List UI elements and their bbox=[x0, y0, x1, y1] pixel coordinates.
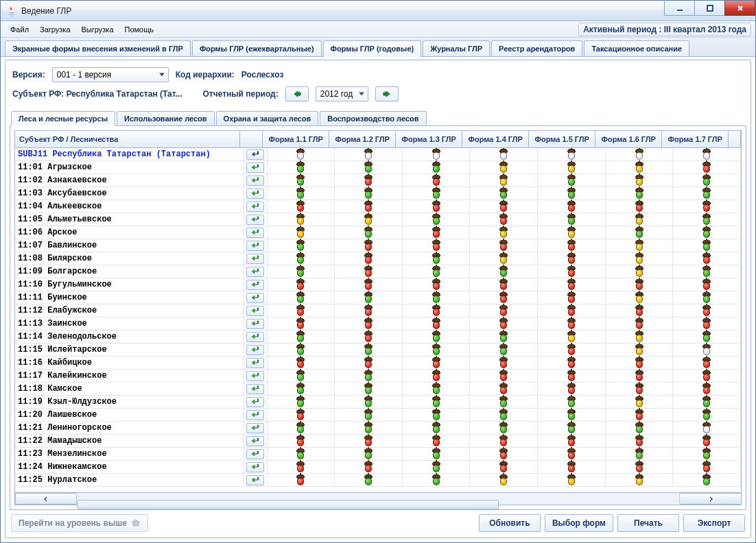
status-cell[interactable] bbox=[470, 291, 538, 304]
status-cell[interactable] bbox=[470, 370, 538, 382]
status-cell[interactable] bbox=[268, 357, 335, 369]
th-form-4[interactable]: Форма 1.4 ГЛР bbox=[462, 131, 529, 147]
table-row[interactable]: 11:07 Бавлинское bbox=[15, 239, 741, 252]
enter-button[interactable] bbox=[246, 162, 264, 173]
status-cell[interactable] bbox=[538, 383, 606, 395]
table-row[interactable]: 11:02 Азнакаевское bbox=[15, 174, 741, 187]
status-cell[interactable] bbox=[538, 161, 606, 173]
sub-tab-1[interactable]: Использование лесов bbox=[117, 111, 215, 125]
status-cell[interactable] bbox=[268, 187, 335, 200]
maximize-button[interactable] bbox=[694, 1, 725, 16]
table-row[interactable]: 11:10 Бугульминское bbox=[15, 278, 741, 291]
status-cell[interactable] bbox=[470, 278, 538, 291]
status-cell[interactable] bbox=[538, 474, 606, 486]
status-cell[interactable] bbox=[673, 252, 741, 265]
enter-button[interactable] bbox=[246, 280, 264, 290]
row-name[interactable]: 11:07 Бавлинское bbox=[15, 239, 244, 252]
status-cell[interactable] bbox=[538, 370, 606, 382]
status-cell[interactable] bbox=[268, 304, 335, 317]
status-cell[interactable] bbox=[268, 461, 335, 473]
status-cell[interactable] bbox=[335, 396, 403, 408]
status-cell[interactable] bbox=[538, 239, 606, 252]
status-cell[interactable] bbox=[268, 448, 335, 460]
status-cell[interactable] bbox=[268, 265, 335, 278]
status-cell[interactable] bbox=[403, 265, 471, 278]
status-cell[interactable] bbox=[268, 330, 335, 343]
enter-button[interactable] bbox=[246, 267, 264, 277]
menu-unload[interactable]: Выгрузка bbox=[76, 23, 119, 36]
status-cell[interactable] bbox=[673, 200, 741, 213]
row-name[interactable]: 11:11 Буинское bbox=[15, 291, 244, 304]
status-cell[interactable] bbox=[673, 330, 741, 343]
sub-tab-0[interactable]: Леса и лесные ресурсы bbox=[11, 111, 115, 126]
sub-tab-2[interactable]: Охрана и защита лесов bbox=[216, 111, 319, 125]
status-cell[interactable] bbox=[673, 370, 741, 382]
status-cell[interactable] bbox=[470, 226, 538, 239]
main-tab-4[interactable]: Реестр арендаторов bbox=[491, 40, 582, 56]
enter-button[interactable] bbox=[246, 358, 264, 368]
row-name[interactable]: 11:08 Билярское bbox=[15, 252, 244, 265]
status-cell[interactable] bbox=[606, 213, 674, 226]
status-cell[interactable] bbox=[606, 448, 674, 460]
th-form-6[interactable]: Форма 1.6 ГЛР bbox=[595, 131, 662, 147]
status-cell[interactable] bbox=[268, 239, 335, 252]
status-cell[interactable] bbox=[673, 278, 741, 291]
table-row[interactable]: 11:04 Алькеевское bbox=[15, 200, 741, 213]
enter-button[interactable] bbox=[246, 449, 264, 459]
status-cell[interactable] bbox=[268, 252, 335, 265]
status-cell[interactable] bbox=[538, 187, 606, 200]
table-row[interactable]: 11:16 Кайбицкое bbox=[15, 357, 741, 370]
status-cell[interactable] bbox=[268, 409, 335, 421]
status-cell[interactable] bbox=[268, 383, 335, 395]
status-cell[interactable] bbox=[673, 317, 741, 330]
status-cell[interactable] bbox=[403, 422, 471, 434]
status-cell[interactable] bbox=[606, 148, 674, 160]
status-cell[interactable] bbox=[403, 396, 471, 408]
status-cell[interactable] bbox=[335, 448, 403, 460]
main-tab-5[interactable]: Таксационное описание bbox=[584, 40, 689, 56]
status-cell[interactable] bbox=[470, 174, 538, 186]
status-cell[interactable] bbox=[470, 330, 538, 343]
table-row[interactable]: 11:06 Арское bbox=[15, 226, 741, 239]
status-cell[interactable] bbox=[673, 265, 741, 278]
enter-button[interactable] bbox=[246, 293, 264, 303]
status-cell[interactable] bbox=[538, 422, 606, 434]
status-cell[interactable] bbox=[403, 357, 471, 369]
table-row[interactable]: 11:24 Нижнекамское bbox=[15, 461, 741, 474]
table-row[interactable]: 11:09 Болгарское bbox=[15, 265, 741, 278]
status-cell[interactable] bbox=[470, 409, 538, 421]
status-cell[interactable] bbox=[335, 422, 403, 434]
status-cell[interactable] bbox=[606, 200, 674, 213]
status-cell[interactable] bbox=[335, 357, 403, 369]
th-subject[interactable]: Субъект РФ / Лесничества bbox=[15, 131, 240, 147]
status-cell[interactable] bbox=[470, 448, 538, 460]
table-row[interactable]: 11:08 Билярское bbox=[15, 252, 741, 265]
status-cell[interactable] bbox=[470, 474, 538, 486]
status-cell[interactable] bbox=[538, 148, 606, 160]
status-cell[interactable] bbox=[470, 265, 538, 278]
row-name[interactable]: 11:21 Лениногорское bbox=[15, 422, 244, 434]
status-cell[interactable] bbox=[268, 148, 335, 160]
table-row[interactable]: 11:11 Буинское bbox=[15, 291, 741, 304]
up-level-button[interactable]: Перейти на уровень выше bbox=[11, 514, 148, 532]
close-button[interactable] bbox=[724, 1, 755, 16]
th-form-5[interactable]: Форма 1.5 ГЛР bbox=[529, 131, 595, 147]
status-cell[interactable] bbox=[606, 474, 674, 486]
table-row[interactable]: 11:14 Зеленодольское bbox=[15, 330, 741, 343]
status-cell[interactable] bbox=[403, 174, 471, 186]
print-button[interactable]: Печать bbox=[617, 514, 679, 532]
status-cell[interactable] bbox=[335, 187, 403, 200]
status-cell[interactable] bbox=[673, 409, 741, 421]
status-cell[interactable] bbox=[673, 148, 741, 160]
status-cell[interactable] bbox=[335, 304, 403, 317]
status-cell[interactable] bbox=[403, 448, 471, 460]
status-cell[interactable] bbox=[268, 278, 335, 291]
status-cell[interactable] bbox=[538, 278, 606, 291]
enter-button[interactable] bbox=[246, 371, 264, 381]
status-cell[interactable] bbox=[673, 161, 741, 173]
status-cell[interactable] bbox=[606, 357, 674, 369]
table-row[interactable]: 11:19 Кзыл-Юлдузское bbox=[15, 396, 741, 409]
status-cell[interactable] bbox=[268, 474, 335, 486]
row-name[interactable]: 11:19 Кзыл-Юлдузское bbox=[15, 396, 244, 408]
row-name[interactable]: 11:17 Калейкинское bbox=[15, 370, 244, 382]
